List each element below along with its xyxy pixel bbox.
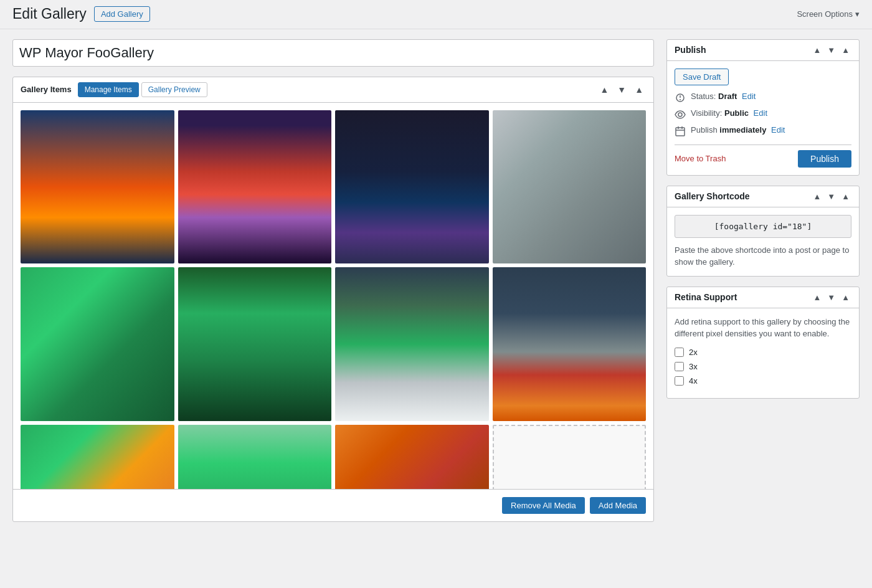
list-item[interactable] — [178, 425, 332, 489]
main-content: Gallery Items Manage Items Gallery Previ… — [0, 29, 872, 532]
retina-2x-checkbox[interactable] — [675, 348, 684, 357]
gallery-footer: Remove All Media Add Media — [13, 489, 653, 521]
image-lightning — [335, 110, 489, 264]
list-item[interactable] — [21, 267, 174, 421]
image-storm-mesa — [493, 267, 647, 421]
publish-panel-body: Save Draft Status: Draft Edit — [667, 61, 859, 175]
retina-4x-row: 4x — [675, 376, 851, 386]
list-item[interactable] — [335, 267, 489, 421]
shortcode-panel: Gallery Shortcode ▲ ▼ ▲ [foogallery id="… — [666, 186, 860, 277]
gallery-items-header: Gallery Items Manage Items Gallery Previ… — [13, 77, 653, 103]
image-desert-sand — [493, 110, 647, 264]
gallery-items-title: Gallery Items — [21, 85, 72, 94]
retina-3x-row: 3x — [675, 362, 851, 371]
visibility-row: Visibility: Public Edit — [675, 108, 851, 120]
svg-point-2 — [680, 99, 681, 100]
image-leaf-green — [21, 267, 174, 421]
gallery-tabs: Manage Items Gallery Preview — [78, 82, 207, 97]
status-row: Status: Draft Edit — [675, 92, 851, 103]
top-bar: Edit Gallery Add Gallery Screen Options … — [0, 0, 872, 29]
move-to-trash-link[interactable]: Move to Trash — [675, 154, 726, 163]
publish-panel-controls: ▲ ▼ ▲ — [811, 45, 851, 55]
retina-3x-label: 3x — [689, 362, 698, 371]
add-media-button[interactable]: Add Media — [590, 497, 646, 514]
publish-panel: Publish ▲ ▼ ▲ Save Draft Status: — [666, 39, 860, 176]
add-gallery-button[interactable]: Add Gallery — [94, 6, 150, 22]
image-purple-sunset — [178, 110, 332, 264]
shortcode-panel-title: Gallery Shortcode — [675, 191, 750, 201]
list-item[interactable] — [178, 110, 332, 264]
list-item[interactable] — [335, 425, 489, 489]
list-item[interactable] — [21, 110, 174, 264]
plus-icon: + — [562, 488, 576, 489]
collapse-up-button[interactable]: ▲ — [597, 83, 611, 96]
right-column: Publish ▲ ▼ ▲ Save Draft Status: — [666, 39, 860, 409]
retina-2x-label: 2x — [689, 348, 698, 357]
list-item[interactable] — [21, 425, 174, 489]
status-text: Status: Draft Edit — [691, 92, 756, 101]
publish-panel-up[interactable]: ▲ — [811, 45, 823, 55]
shortcode-panel-down[interactable]: ▼ — [825, 191, 837, 202]
top-bar-left: Edit Gallery Add Gallery — [12, 5, 150, 24]
list-item[interactable] — [335, 110, 489, 264]
visibility-text: Visibility: Public Edit — [691, 108, 767, 118]
shortcode-panel-header: Gallery Shortcode ▲ ▼ ▲ — [667, 186, 859, 207]
collapse-down-button[interactable]: ▼ — [615, 83, 628, 96]
gallery-title-input[interactable] — [12, 39, 654, 67]
retina-4x-label: 4x — [689, 376, 698, 386]
publish-panel-toggle[interactable]: ▲ — [840, 45, 851, 55]
chevron-down-icon: ▾ — [855, 9, 860, 19]
retina-2x-row: 2x — [675, 348, 851, 357]
retina-3x-checkbox[interactable] — [675, 362, 684, 371]
shortcode-panel-up[interactable]: ▲ — [811, 191, 823, 202]
shortcode-description: Paste the above shortcode into a post or… — [675, 244, 851, 268]
svg-rect-4 — [676, 128, 685, 136]
image-forest — [178, 267, 332, 421]
gallery-items-box: Gallery Items Manage Items Gallery Previ… — [12, 77, 654, 522]
remove-all-media-button[interactable]: Remove All Media — [502, 497, 585, 514]
list-item[interactable] — [178, 267, 332, 421]
retina-panel-down[interactable]: ▼ — [825, 292, 837, 303]
retina-description: Add retina support to this gallery by ch… — [675, 316, 851, 340]
image-sand-dunes — [335, 425, 489, 489]
retina-panel-up[interactable]: ▲ — [811, 292, 823, 303]
retina-panel-toggle[interactable]: ▲ — [840, 292, 851, 303]
gallery-grid: + — [21, 110, 646, 489]
retina-panel-header: Retina Support ▲ ▼ ▲ — [667, 287, 859, 308]
retina-panel-controls: ▲ ▼ ▲ — [811, 292, 851, 303]
svg-point-3 — [678, 113, 682, 116]
left-column: Gallery Items Manage Items Gallery Previ… — [12, 39, 654, 522]
calendar-icon — [675, 126, 686, 137]
retina-4x-checkbox[interactable] — [675, 376, 684, 386]
shortcode-panel-toggle[interactable]: ▲ — [840, 191, 851, 202]
visibility-edit-link[interactable]: Edit — [754, 108, 767, 118]
visibility-icon — [675, 109, 686, 120]
publish-panel-header: Publish ▲ ▼ ▲ — [667, 40, 859, 61]
list-item[interactable] — [493, 110, 647, 264]
publish-time-edit-link[interactable]: Edit — [771, 125, 785, 135]
image-waterfall — [21, 425, 174, 489]
add-image-placeholder[interactable]: + — [493, 425, 647, 489]
image-aurora — [335, 267, 489, 421]
toggle-button[interactable]: ▲ — [632, 83, 646, 96]
image-river-aerial — [178, 425, 332, 489]
publish-panel-title: Publish — [675, 45, 706, 55]
gallery-header-controls: ▲ ▼ ▲ — [597, 83, 646, 96]
publish-time-text: Publish immediately Edit — [691, 125, 785, 135]
status-edit-link[interactable]: Edit — [742, 92, 756, 101]
status-icon — [675, 92, 686, 103]
shortcode-panel-controls: ▲ ▼ ▲ — [811, 191, 851, 202]
publish-button[interactable]: Publish — [798, 150, 851, 168]
publish-footer: Move to Trash Publish — [675, 145, 851, 168]
publish-panel-down[interactable]: ▼ — [825, 45, 837, 55]
shortcode-panel-body: [foogallery id="18"] Paste the above sho… — [667, 207, 859, 276]
publish-time-row: Publish immediately Edit — [675, 125, 851, 137]
list-item[interactable] — [493, 267, 647, 421]
tab-manage-items[interactable]: Manage Items — [78, 82, 139, 97]
screen-options-button[interactable]: Screen Options ▾ — [797, 9, 860, 19]
save-draft-button[interactable]: Save Draft — [675, 69, 729, 85]
tab-gallery-preview[interactable]: Gallery Preview — [141, 82, 207, 97]
retina-panel-title: Retina Support — [675, 292, 737, 302]
shortcode-value[interactable]: [foogallery id="18"] — [675, 215, 851, 238]
image-palm-sunset — [21, 110, 174, 264]
